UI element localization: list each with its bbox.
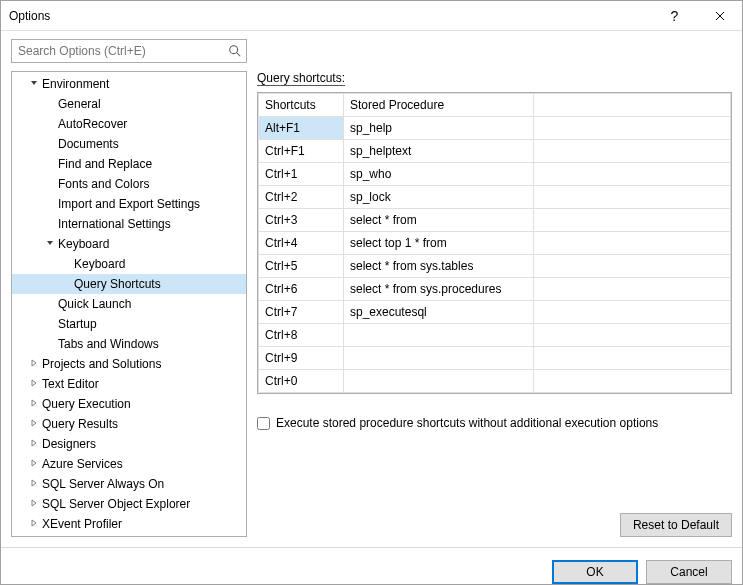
chevron-right-icon[interactable]: [28, 418, 40, 430]
tree-item[interactable]: AutoRecover: [12, 114, 246, 134]
procedure-cell[interactable]: [344, 347, 534, 370]
tree-item[interactable]: Azure Services: [12, 454, 246, 474]
body-row: EnvironmentGeneralAutoRecoverDocumentsFi…: [11, 71, 732, 537]
options-tree[interactable]: EnvironmentGeneralAutoRecoverDocumentsFi…: [11, 71, 247, 537]
tree-spacer: [44, 178, 56, 190]
shortcut-cell[interactable]: Alt+F1: [259, 117, 344, 140]
procedure-cell[interactable]: select * from: [344, 209, 534, 232]
table-row[interactable]: Ctrl+F1sp_helptext: [259, 140, 731, 163]
tree-item-label: Tabs and Windows: [58, 337, 159, 351]
tree-item[interactable]: Query Shortcuts: [12, 274, 246, 294]
shortcut-cell[interactable]: Ctrl+0: [259, 370, 344, 393]
procedure-cell[interactable]: sp_lock: [344, 186, 534, 209]
procedure-cell[interactable]: select top 1 * from: [344, 232, 534, 255]
chevron-right-icon[interactable]: [28, 358, 40, 370]
procedure-cell[interactable]: [344, 370, 534, 393]
tree-item[interactable]: Import and Export Settings: [12, 194, 246, 214]
tree-item[interactable]: SQL Server Object Explorer: [12, 494, 246, 514]
shortcut-cell[interactable]: Ctrl+8: [259, 324, 344, 347]
reset-row: Reset to Default: [257, 505, 732, 537]
shortcut-cell[interactable]: Ctrl+4: [259, 232, 344, 255]
table-row[interactable]: Ctrl+2sp_lock: [259, 186, 731, 209]
procedure-cell[interactable]: sp_executesql: [344, 301, 534, 324]
empty-cell: [534, 301, 731, 324]
chevron-right-icon[interactable]: [28, 398, 40, 410]
search-box[interactable]: [11, 39, 247, 63]
tree-item[interactable]: Startup: [12, 314, 246, 334]
chevron-right-icon[interactable]: [28, 378, 40, 390]
tree-item-label: General: [58, 97, 101, 111]
help-button[interactable]: ?: [652, 1, 697, 30]
shortcut-cell[interactable]: Ctrl+7: [259, 301, 344, 324]
header-shortcut[interactable]: Shortcuts: [259, 94, 344, 117]
tree-item-label: Query Shortcuts: [74, 277, 161, 291]
shortcut-cell[interactable]: Ctrl+2: [259, 186, 344, 209]
table-row[interactable]: Ctrl+3select * from: [259, 209, 731, 232]
tree-item[interactable]: XEvent Profiler: [12, 514, 246, 534]
tree-item[interactable]: SQL Server Always On: [12, 474, 246, 494]
table-row[interactable]: Ctrl+7sp_executesql: [259, 301, 731, 324]
tree-item-label: Query Results: [42, 417, 118, 431]
tree-item-label: AutoRecover: [58, 117, 127, 131]
shortcut-cell[interactable]: Ctrl+3: [259, 209, 344, 232]
chevron-right-icon[interactable]: [28, 458, 40, 470]
procedure-cell[interactable]: [344, 324, 534, 347]
tree-item[interactable]: Tabs and Windows: [12, 334, 246, 354]
dialog-footer: OK Cancel: [1, 547, 742, 585]
tree-item[interactable]: Quick Launch: [12, 294, 246, 314]
table-row[interactable]: Ctrl+5select * from sys.tables: [259, 255, 731, 278]
tree-item[interactable]: Find and Replace: [12, 154, 246, 174]
shortcut-cell[interactable]: Ctrl+5: [259, 255, 344, 278]
tree-spacer: [44, 198, 56, 210]
procedure-cell[interactable]: sp_who: [344, 163, 534, 186]
tree-item[interactable]: Query Execution: [12, 394, 246, 414]
table-row[interactable]: Ctrl+6select * from sys.procedures: [259, 278, 731, 301]
tree-item-label: Projects and Solutions: [42, 357, 161, 371]
chevron-down-icon[interactable]: [44, 238, 56, 250]
tree-item-label: Documents: [58, 137, 119, 151]
reset-button[interactable]: Reset to Default: [620, 513, 732, 537]
tree-item[interactable]: Fonts and Colors: [12, 174, 246, 194]
table-row[interactable]: Ctrl+9: [259, 347, 731, 370]
tree-item[interactable]: Query Results: [12, 414, 246, 434]
tree-item[interactable]: Keyboard: [12, 234, 246, 254]
chevron-right-icon[interactable]: [28, 518, 40, 530]
tree-item[interactable]: Designers: [12, 434, 246, 454]
table-row[interactable]: Ctrl+4select top 1 * from: [259, 232, 731, 255]
execute-option-checkbox[interactable]: [257, 417, 270, 430]
ok-button[interactable]: OK: [552, 560, 638, 584]
table-row[interactable]: Alt+F1sp_help: [259, 117, 731, 140]
tree-item[interactable]: Keyboard: [12, 254, 246, 274]
chevron-down-icon[interactable]: [28, 78, 40, 90]
shortcuts-table[interactable]: Shortcuts Stored Procedure Alt+F1sp_help…: [258, 93, 731, 393]
tree-item[interactable]: General: [12, 94, 246, 114]
empty-cell: [534, 347, 731, 370]
table-row[interactable]: Ctrl+1sp_who: [259, 163, 731, 186]
tree-item[interactable]: Documents: [12, 134, 246, 154]
procedure-cell[interactable]: sp_help: [344, 117, 534, 140]
tree-spacer: [44, 298, 56, 310]
chevron-right-icon[interactable]: [28, 498, 40, 510]
tree-item[interactable]: International Settings: [12, 214, 246, 234]
shortcut-cell[interactable]: Ctrl+F1: [259, 140, 344, 163]
tree-item[interactable]: Environment: [12, 74, 246, 94]
shortcut-cell[interactable]: Ctrl+9: [259, 347, 344, 370]
close-button[interactable]: [697, 1, 742, 30]
search-input[interactable]: [18, 44, 228, 58]
tree-item[interactable]: Projects and Solutions: [12, 354, 246, 374]
section-label: Query shortcuts:: [257, 71, 345, 86]
shortcut-cell[interactable]: Ctrl+6: [259, 278, 344, 301]
table-row[interactable]: Ctrl+0: [259, 370, 731, 393]
chevron-right-icon[interactable]: [28, 478, 40, 490]
cancel-button[interactable]: Cancel: [646, 560, 732, 584]
procedure-cell[interactable]: select * from sys.tables: [344, 255, 534, 278]
procedure-cell[interactable]: sp_helptext: [344, 140, 534, 163]
execute-option-label[interactable]: Execute stored procedure shortcuts witho…: [276, 416, 658, 430]
table-row[interactable]: Ctrl+8: [259, 324, 731, 347]
chevron-right-icon[interactable]: [28, 438, 40, 450]
shortcut-cell[interactable]: Ctrl+1: [259, 163, 344, 186]
empty-cell: [534, 163, 731, 186]
tree-item[interactable]: Text Editor: [12, 374, 246, 394]
header-procedure[interactable]: Stored Procedure: [344, 94, 534, 117]
procedure-cell[interactable]: select * from sys.procedures: [344, 278, 534, 301]
